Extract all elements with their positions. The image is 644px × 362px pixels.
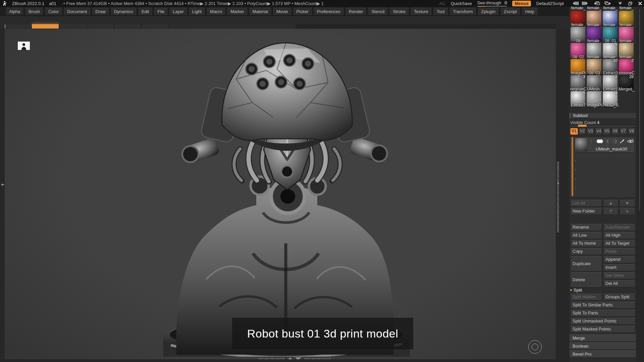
groups-split-button[interactable]: Groups Split xyxy=(603,294,635,301)
tool-thumbnail[interactable]: 5 female_ xyxy=(602,43,619,59)
tool-thumbnail[interactable]: female_ xyxy=(619,43,635,59)
bevel-pro-section-header[interactable]: Bevel Pro xyxy=(570,350,636,358)
view-tab[interactable]: V4 xyxy=(595,128,603,135)
see-through-slider[interactable]: See-through 0 xyxy=(477,0,507,6)
delete-button[interactable]: Delete xyxy=(570,272,602,288)
menu-item[interactable]: File xyxy=(154,8,168,15)
tool-thumbnail[interactable]: female_ xyxy=(586,43,602,59)
tool-thumbnail[interactable]: female_ xyxy=(619,10,635,26)
tool-thumbnail[interactable]: UMesh_ xyxy=(586,75,602,91)
view-tab[interactable]: V2 xyxy=(579,128,586,135)
palette-right-icon[interactable] xyxy=(604,1,612,6)
tab-segment[interactable] xyxy=(169,24,296,28)
del-all-button[interactable]: Del All xyxy=(603,280,635,287)
tool-thumbnail[interactable]: ImagePl xyxy=(570,59,586,75)
copy-button[interactable]: Copy xyxy=(570,248,602,255)
autoreorder-button[interactable]: AutoReorder xyxy=(603,224,635,231)
tab-segment[interactable] xyxy=(142,24,169,28)
tab-segment[interactable] xyxy=(59,24,87,28)
quicksave-button[interactable]: QuickSave xyxy=(451,1,472,6)
split-to-parts-button[interactable]: Split To Parts xyxy=(570,310,635,317)
document-tab-strip[interactable] xyxy=(5,24,556,28)
canvas-vertical-scrollbar[interactable] xyxy=(556,161,559,233)
crescent-icon[interactable] xyxy=(606,139,610,143)
palette-left-icon[interactable] xyxy=(593,1,601,6)
split-section-label[interactable]: Split xyxy=(570,288,582,293)
scroll-hatch-right[interactable] xyxy=(303,357,331,359)
menu-item[interactable]: Edit xyxy=(138,8,153,15)
close-icon[interactable] xyxy=(638,2,642,5)
move-into-folder-button[interactable]: ↳ xyxy=(619,208,635,215)
split-to-similar-parts-button[interactable]: Split To Similar Parts xyxy=(570,302,635,309)
polypaint-icon[interactable] xyxy=(596,139,603,143)
tool-thumbnail[interactable]: 08_02 xyxy=(570,43,586,59)
subtool-item-thumbnail[interactable] xyxy=(575,138,587,152)
left-tray-handle-icon[interactable]: ◀▶ xyxy=(1,183,4,186)
move-down-button[interactable]: ▼ xyxy=(619,200,635,207)
move-out-of-folder-button[interactable]: ↱ xyxy=(603,208,619,215)
menu-item[interactable]: Zplugin xyxy=(477,8,499,15)
view-tab[interactable]: V1 xyxy=(570,128,578,135)
new-folder-button[interactable]: New Folder xyxy=(570,208,602,215)
tool-thumbnail[interactable]: 08_03 xyxy=(586,59,602,75)
menu-item[interactable]: Color xyxy=(45,8,62,15)
scroll-down-icon[interactable] xyxy=(295,357,301,359)
menu-item[interactable]: Texture xyxy=(410,8,432,15)
tool-thumbnail[interactable]: 5 Extract7 xyxy=(570,91,586,107)
paste-button[interactable]: Paste xyxy=(603,248,635,255)
menu-item[interactable]: Light xyxy=(189,8,205,15)
menu-item[interactable]: Dynamics xyxy=(110,8,137,15)
subtool-list[interactable]: UMesh_mask30 xyxy=(570,136,636,198)
default-zscript-button[interactable]: DefaultZScript xyxy=(536,1,564,6)
move-up-button[interactable]: ▲ xyxy=(603,200,619,207)
tool-thumbnail[interactable]: female_ xyxy=(602,10,619,26)
list-all-button[interactable]: List All xyxy=(570,200,602,207)
menu-item[interactable]: Macro xyxy=(206,8,226,15)
scroll-up-icon[interactable] xyxy=(287,357,293,359)
menu-item[interactable]: Document xyxy=(63,8,91,15)
eye-icon[interactable] xyxy=(627,139,634,143)
right-tray-handle-icon[interactable]: ◀ xyxy=(557,182,558,185)
restore-icon[interactable] xyxy=(628,2,632,5)
view-tab[interactable]: V3 xyxy=(587,128,594,135)
all-low-button[interactable]: All Low xyxy=(570,232,602,239)
document-preview-thumbnail[interactable] xyxy=(18,42,30,50)
boolean-section-header[interactable]: Boolean xyxy=(570,342,636,350)
visible-count-handle[interactable] xyxy=(578,125,587,127)
menu-item[interactable]: Tool xyxy=(433,8,448,15)
tool-thumbnail[interactable]: female_ xyxy=(586,26,602,43)
visible-count-slider[interactable]: Visible Count 4 xyxy=(570,120,635,125)
append-button[interactable]: Append xyxy=(603,256,635,263)
tab-segment[interactable] xyxy=(87,24,114,28)
menu-item[interactable]: Stencil xyxy=(368,8,388,15)
menu-item[interactable]: Picker xyxy=(293,8,312,15)
tool-thumbnail[interactable]: 2 Extract1 xyxy=(602,75,619,91)
tool-thumbnail[interactable]: 28 Merged_ xyxy=(619,75,635,91)
menu-item[interactable]: Stroke xyxy=(389,8,409,15)
subtool-section-header[interactable]: Subtool xyxy=(570,113,636,119)
split-unmasked-points-button[interactable]: Split Unmasked Points xyxy=(570,318,635,325)
tool-thumbnail[interactable]: 08_01 xyxy=(602,26,619,43)
menu-item[interactable]: Marker xyxy=(227,8,248,15)
left-tray[interactable]: ◀▶ xyxy=(0,29,5,362)
menu-item[interactable]: Help xyxy=(522,8,538,15)
all-to-target-button[interactable]: All To Target xyxy=(603,240,635,247)
menu-item[interactable]: Preferences xyxy=(313,8,344,15)
scroll-hatch-left[interactable] xyxy=(257,357,285,359)
panel-scroll-strip[interactable] xyxy=(636,7,644,362)
contrast-icon[interactable] xyxy=(613,139,617,143)
subtool-list-item[interactable]: UMesh_mask30 xyxy=(574,137,635,153)
tool-thumbnail[interactable]: 3 negnabC xyxy=(570,75,586,91)
duplicate-button[interactable]: Duplicate xyxy=(570,256,602,272)
robot-bust-model[interactable] xyxy=(152,38,417,357)
minimize-icon[interactable] xyxy=(618,2,622,5)
view-tab[interactable]: V8 xyxy=(628,128,636,135)
drag-handle-icon[interactable] xyxy=(589,139,594,143)
document-canvas[interactable]: Robot bust 01 3d print model xyxy=(5,29,556,359)
menu-item[interactable]: Zscript xyxy=(500,8,521,15)
paintbrush-icon[interactable] xyxy=(620,139,625,143)
tool-thumbnail[interactable]: female_ xyxy=(619,26,635,43)
divider-left-icon[interactable] xyxy=(571,1,579,5)
menu-item[interactable]: Alpha xyxy=(5,8,24,15)
tool-thumbnail[interactable]: 10 Extract3 xyxy=(602,59,619,75)
